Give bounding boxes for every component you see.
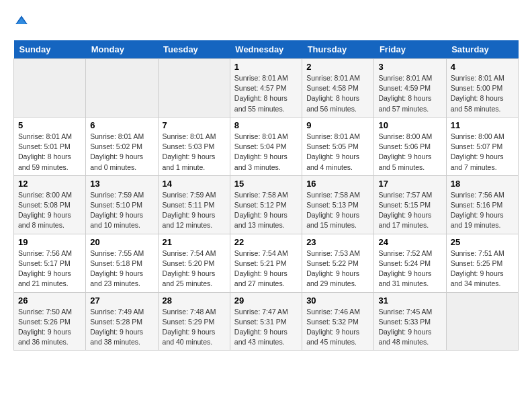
calendar-cell: 16Sunrise: 7:58 AM Sunset: 5:13 PM Dayli… [302,175,374,234]
calendar-week-5: 26Sunrise: 7:50 AM Sunset: 5:26 PM Dayli… [14,292,519,351]
calendar-cell: 6Sunrise: 8:01 AM Sunset: 5:02 PM Daylig… [86,117,158,175]
day-info: Sunrise: 8:01 AM Sunset: 5:00 PM Dayligh… [451,73,514,114]
calendar-week-4: 19Sunrise: 7:56 AM Sunset: 5:17 PM Dayli… [14,234,519,292]
day-number: 3 [378,62,441,72]
day-number: 28 [163,295,226,306]
calendar-cell: 4Sunrise: 8:01 AM Sunset: 5:00 PM Daylig… [446,59,518,118]
weekday-header-sunday: Sunday [14,40,86,59]
day-info: Sunrise: 7:53 AM Sunset: 5:22 PM Dayligh… [306,248,369,289]
day-info: Sunrise: 7:46 AM Sunset: 5:32 PM Dayligh… [306,307,369,348]
calendar-cell: 17Sunrise: 7:57 AM Sunset: 5:15 PM Dayli… [374,175,446,234]
day-info: Sunrise: 8:01 AM Sunset: 4:57 PM Dayligh… [234,73,298,114]
day-info: Sunrise: 7:47 AM Sunset: 5:31 PM Dayligh… [234,307,298,348]
day-number: 14 [163,179,226,189]
day-number: 31 [378,295,441,306]
calendar-cell [14,59,86,118]
day-info: Sunrise: 8:01 AM Sunset: 5:03 PM Dayligh… [163,132,226,173]
page-header [13,13,519,30]
day-number: 19 [18,237,81,247]
day-number: 12 [18,179,81,189]
calendar-week-2: 5Sunrise: 8:01 AM Sunset: 5:01 PM Daylig… [14,117,519,175]
calendar-cell: 10Sunrise: 8:00 AM Sunset: 5:06 PM Dayli… [374,117,446,175]
day-info: Sunrise: 8:01 AM Sunset: 5:01 PM Dayligh… [18,132,81,173]
day-number: 27 [90,295,153,306]
day-info: Sunrise: 7:58 AM Sunset: 5:13 PM Dayligh… [306,190,369,231]
calendar-cell: 9Sunrise: 8:01 AM Sunset: 5:05 PM Daylig… [302,117,374,175]
day-info: Sunrise: 7:48 AM Sunset: 5:29 PM Dayligh… [163,307,226,348]
calendar-cell: 31Sunrise: 7:45 AM Sunset: 5:33 PM Dayli… [374,292,446,351]
day-info: Sunrise: 8:01 AM Sunset: 5:05 PM Dayligh… [306,132,369,173]
logo-icon [13,13,30,30]
day-number: 17 [378,179,441,189]
day-info: Sunrise: 7:56 AM Sunset: 5:16 PM Dayligh… [451,190,514,231]
weekday-header-wednesday: Wednesday [230,40,302,59]
day-number: 7 [163,120,226,130]
calendar-cell [158,59,230,118]
day-number: 21 [163,237,226,247]
day-number: 20 [90,237,153,247]
day-number: 8 [234,120,298,130]
calendar-cell: 3Sunrise: 8:01 AM Sunset: 4:59 PM Daylig… [374,59,446,118]
weekday-header-monday: Monday [86,40,158,59]
day-info: Sunrise: 8:00 AM Sunset: 5:08 PM Dayligh… [18,190,81,231]
calendar-cell: 8Sunrise: 8:01 AM Sunset: 5:04 PM Daylig… [230,117,302,175]
calendar-cell: 5Sunrise: 8:01 AM Sunset: 5:01 PM Daylig… [14,117,86,175]
calendar-cell: 25Sunrise: 7:51 AM Sunset: 5:25 PM Dayli… [446,234,518,292]
day-number: 18 [451,179,514,189]
day-number: 29 [234,295,298,306]
calendar-cell: 28Sunrise: 7:48 AM Sunset: 5:29 PM Dayli… [158,292,230,351]
day-number: 11 [451,120,514,130]
day-info: Sunrise: 8:01 AM Sunset: 4:58 PM Dayligh… [306,73,369,114]
day-number: 13 [90,179,153,189]
day-number: 16 [306,179,369,189]
calendar-cell: 1Sunrise: 8:01 AM Sunset: 4:57 PM Daylig… [230,59,302,118]
calendar-cell [446,292,518,351]
calendar-cell: 12Sunrise: 8:00 AM Sunset: 5:08 PM Dayli… [14,175,86,234]
calendar-cell: 15Sunrise: 7:58 AM Sunset: 5:12 PM Dayli… [230,175,302,234]
weekday-header-row: SundayMondayTuesdayWednesdayThursdayFrid… [14,40,519,59]
day-number: 23 [306,237,369,247]
day-number: 15 [234,179,298,189]
day-info: Sunrise: 8:01 AM Sunset: 5:02 PM Dayligh… [90,132,153,173]
calendar-cell: 7Sunrise: 8:01 AM Sunset: 5:03 PM Daylig… [158,117,230,175]
day-info: Sunrise: 7:58 AM Sunset: 5:12 PM Dayligh… [234,190,298,231]
day-number: 9 [306,120,369,130]
calendar-week-3: 12Sunrise: 8:00 AM Sunset: 5:08 PM Dayli… [14,175,519,234]
day-info: Sunrise: 7:54 AM Sunset: 5:21 PM Dayligh… [234,248,298,289]
calendar-cell: 19Sunrise: 7:56 AM Sunset: 5:17 PM Dayli… [14,234,86,292]
calendar-cell: 30Sunrise: 7:46 AM Sunset: 5:32 PM Dayli… [302,292,374,351]
weekday-header-saturday: Saturday [446,40,518,59]
day-info: Sunrise: 7:55 AM Sunset: 5:18 PM Dayligh… [90,248,153,289]
day-number: 1 [234,62,298,72]
calendar-cell: 11Sunrise: 8:00 AM Sunset: 5:07 PM Dayli… [446,117,518,175]
day-info: Sunrise: 7:51 AM Sunset: 5:25 PM Dayligh… [451,248,514,289]
day-info: Sunrise: 8:01 AM Sunset: 5:04 PM Dayligh… [234,132,298,173]
calendar-header: SundayMondayTuesdayWednesdayThursdayFrid… [14,40,519,59]
day-info: Sunrise: 7:50 AM Sunset: 5:26 PM Dayligh… [18,307,81,348]
calendar-cell: 26Sunrise: 7:50 AM Sunset: 5:26 PM Dayli… [14,292,86,351]
day-number: 10 [378,120,441,130]
day-number: 2 [306,62,369,72]
calendar-week-1: 1Sunrise: 8:01 AM Sunset: 4:57 PM Daylig… [14,59,519,118]
calendar-cell: 29Sunrise: 7:47 AM Sunset: 5:31 PM Dayli… [230,292,302,351]
day-info: Sunrise: 7:57 AM Sunset: 5:15 PM Dayligh… [378,190,441,231]
day-number: 6 [90,120,153,130]
day-number: 24 [378,237,441,247]
calendar-table: SundayMondayTuesdayWednesdayThursdayFrid… [13,40,519,351]
logo [13,13,32,30]
day-info: Sunrise: 8:00 AM Sunset: 5:07 PM Dayligh… [451,132,514,173]
calendar-cell: 2Sunrise: 8:01 AM Sunset: 4:58 PM Daylig… [302,59,374,118]
day-info: Sunrise: 8:00 AM Sunset: 5:06 PM Dayligh… [378,132,441,173]
day-number: 5 [18,120,81,130]
calendar-cell: 13Sunrise: 7:59 AM Sunset: 5:10 PM Dayli… [86,175,158,234]
calendar-cell: 20Sunrise: 7:55 AM Sunset: 5:18 PM Dayli… [86,234,158,292]
day-info: Sunrise: 7:56 AM Sunset: 5:17 PM Dayligh… [18,248,81,289]
calendar-cell: 24Sunrise: 7:52 AM Sunset: 5:24 PM Dayli… [374,234,446,292]
day-number: 25 [451,237,514,247]
day-number: 22 [234,237,298,247]
calendar-cell: 23Sunrise: 7:53 AM Sunset: 5:22 PM Dayli… [302,234,374,292]
calendar-cell: 18Sunrise: 7:56 AM Sunset: 5:16 PM Dayli… [446,175,518,234]
calendar-body: 1Sunrise: 8:01 AM Sunset: 4:57 PM Daylig… [14,59,519,351]
day-info: Sunrise: 7:49 AM Sunset: 5:28 PM Dayligh… [90,307,153,348]
day-info: Sunrise: 7:52 AM Sunset: 5:24 PM Dayligh… [378,248,441,289]
